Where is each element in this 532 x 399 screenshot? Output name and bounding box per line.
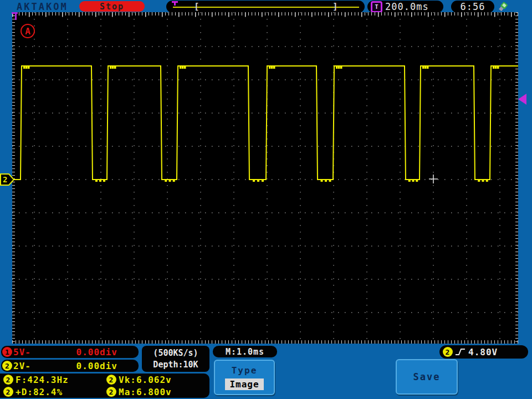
channel1-status: 1 5V- 0.00div <box>1 346 139 358</box>
channel1-offset: 0.00div <box>76 347 117 357</box>
horizontal-trigger-position-icon <box>11 12 19 22</box>
sample-rate: (500KS/s) <box>153 348 198 358</box>
trigger-delay-value: 200.0ms <box>385 1 429 12</box>
edge-tick-rulers <box>12 12 518 344</box>
brand-label: AKTAKOM <box>17 1 68 12</box>
acquisition-status: (500KS/s) Depth:10K <box>142 346 209 372</box>
record-length-line <box>173 7 359 8</box>
channel2-offset: 0.00div <box>76 361 117 371</box>
channel2-badge: 2 <box>2 361 12 371</box>
measurements-panel: 2 F:424.3Hz 2 Vk:6.062v 2 +D:82.4% 2 Ma:… <box>0 374 209 398</box>
record-position-bar: [ ] <box>166 1 365 13</box>
aktakom-logo-icon: A <box>21 24 35 38</box>
channel2-status: 2 2V- 0.00div <box>1 360 139 372</box>
measurement-channel-badge: 2 <box>106 375 116 385</box>
type-menu-button[interactable]: Type Image <box>214 360 275 395</box>
channel1-badge: 1 <box>2 347 12 357</box>
window-left-bracket: [ <box>194 1 200 12</box>
measurement-max: 2 Ma:6.800v <box>106 387 209 397</box>
measurement-duty: 2 +D:82.4% <box>3 387 106 397</box>
measurement-channel-badge: 2 <box>3 387 13 397</box>
measurement-vk: 2 Vk:6.062v <box>106 375 209 385</box>
memory-depth: Depth:10K <box>153 360 198 370</box>
trigger-level-arrow-icon[interactable] <box>518 94 526 105</box>
top-status-bar: AKTAKOM Stop [ ] T 200.0ms 6:56 <box>0 0 532 12</box>
measurement-frequency: 2 F:424.3Hz <box>3 375 106 385</box>
type-label: Type <box>232 365 258 376</box>
timebase-readout: M:1.0ms <box>213 346 277 357</box>
trigger-readout: 2 4.80V <box>439 345 528 359</box>
waveform-display <box>12 12 518 344</box>
trigger-delay-readout: T 200.0ms <box>367 1 443 13</box>
measurement-channel-badge: 2 <box>106 387 116 397</box>
type-selected-value[interactable]: Image <box>225 378 263 390</box>
measurement-channel-badge: 2 <box>3 375 13 385</box>
rising-edge-icon <box>455 347 466 356</box>
clock: 6:56 <box>451 1 494 13</box>
channel2-scale: 2V- <box>13 361 31 371</box>
trigger-source-badge: 2 <box>443 347 453 357</box>
record-trigger-marker-icon <box>172 1 178 6</box>
channel2-ground-marker[interactable]: 2 <box>0 173 15 186</box>
graticule-and-trace <box>12 12 518 344</box>
trigger-level-value: 4.80V <box>468 347 498 357</box>
run-stop-status[interactable]: Stop <box>79 1 145 12</box>
save-button[interactable]: Save <box>396 359 458 395</box>
channel2-trace <box>12 66 518 181</box>
svg-text:2: 2 <box>3 175 7 184</box>
trigger-point-cross <box>429 175 438 183</box>
graticule-grid <box>12 12 518 344</box>
usb-drive-icon <box>497 2 508 12</box>
window-right-bracket: ] <box>332 1 338 12</box>
channel1-scale: 5V- <box>13 347 31 357</box>
trigger-t-icon: T <box>371 1 382 13</box>
